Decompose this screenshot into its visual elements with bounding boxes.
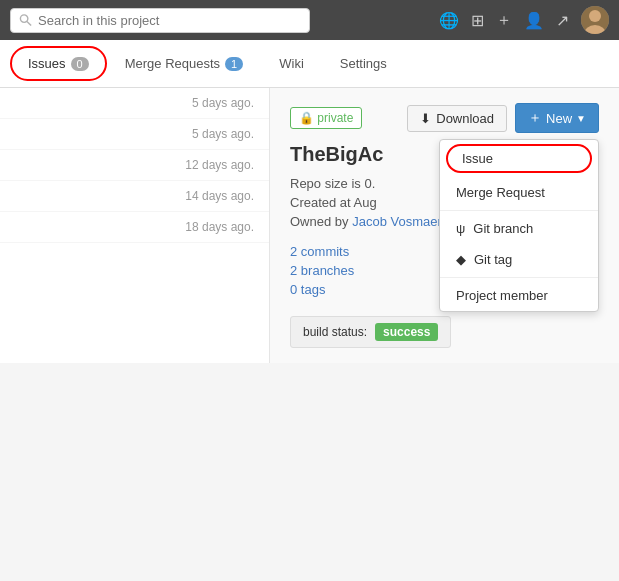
git-tag-icon: ◆ [456,252,466,267]
tab-merge-requests-badge: 1 [225,57,243,71]
private-badge: 🔒 private [290,107,362,129]
file-time: 14 days ago. [185,189,254,203]
search-icon [19,13,32,27]
search-box[interactable] [10,8,310,33]
caret-icon: ▼ [576,113,586,124]
file-time: 18 days ago. [185,220,254,234]
download-label: Download [436,111,494,126]
tab-issues[interactable]: Issues 0 [10,46,107,81]
toolbar: 🔒 private ⬇ Download ＋ New ▼ Issue Merge… [290,103,599,133]
new-label: New [546,111,572,126]
nav-icons: 🌐 ⊞ ＋ 👤 ↗ [439,6,609,34]
share-icon[interactable]: ↗ [556,11,569,30]
svg-point-3 [589,10,601,22]
lock-icon: 🔒 [299,111,314,125]
list-item: 5 days ago. [0,119,269,150]
file-time: 5 days ago. [192,96,254,110]
repo-panel: 🔒 private ⬇ Download ＋ New ▼ Issue Merge… [270,88,619,363]
list-item: 14 days ago. [0,181,269,212]
svg-point-0 [20,15,27,22]
tab-settings[interactable]: Settings [322,42,405,85]
list-item: 12 days ago. [0,150,269,181]
file-list: 5 days ago. 5 days ago. 12 days ago. 14 … [0,88,270,363]
plus-icon[interactable]: ＋ [496,10,512,31]
content-wrapper: 5 days ago. 5 days ago. 12 days ago. 14 … [0,88,619,363]
new-plus-icon: ＋ [528,109,542,127]
tab-merge-requests-label: Merge Requests [125,56,220,71]
new-button[interactable]: ＋ New ▼ [515,103,599,133]
tab-wiki-label: Wiki [279,56,304,71]
tab-merge-requests[interactable]: Merge Requests 1 [107,42,262,85]
globe-icon[interactable]: 🌐 [439,11,459,30]
file-time: 5 days ago. [192,127,254,141]
merge-request-label: Merge Request [456,185,545,200]
git-tag-label: Git tag [474,252,512,267]
list-item: 18 days ago. [0,212,269,243]
tab-wiki[interactable]: Wiki [261,42,322,85]
file-time: 12 days ago. [185,158,254,172]
dropdown-item-git-tag[interactable]: ◆ Git tag [440,244,598,275]
repo-owner-link[interactable]: Jacob Vosmaer [352,214,442,229]
issue-label: Issue [462,151,493,166]
dropdown-divider [440,210,598,211]
tab-issues-label: Issues [28,56,66,71]
tab-settings-label: Settings [340,56,387,71]
dropdown-item-git-branch[interactable]: ψ Git branch [440,213,598,244]
build-badge: success [375,323,438,341]
download-icon: ⬇ [420,111,431,126]
dropdown-item-issue[interactable]: Issue [446,144,592,173]
git-branch-icon: ψ [456,221,465,236]
dropdown-item-project-member[interactable]: Project member [440,280,598,311]
list-item: 5 days ago. [0,88,269,119]
build-status: build status: success [290,316,451,348]
search-input[interactable] [38,13,301,28]
top-nav: 🌐 ⊞ ＋ 👤 ↗ [0,0,619,40]
project-member-label: Project member [456,288,548,303]
new-dropdown-menu: Issue Merge Request ψ Git branch ◆ Git t… [439,139,599,312]
tab-issues-badge: 0 [71,57,89,71]
git-branch-label: Git branch [473,221,533,236]
dropdown-item-merge-request[interactable]: Merge Request [440,177,598,208]
dropdown-divider-2 [440,277,598,278]
tabs-bar: Issues 0 Merge Requests 1 Wiki Settings [0,40,619,88]
copy-icon[interactable]: ⊞ [471,11,484,30]
user-icon[interactable]: 👤 [524,11,544,30]
private-label: private [317,111,353,125]
avatar[interactable] [581,6,609,34]
download-button[interactable]: ⬇ Download [407,105,507,132]
build-status-label: build status: [303,325,367,339]
svg-line-1 [27,21,31,25]
